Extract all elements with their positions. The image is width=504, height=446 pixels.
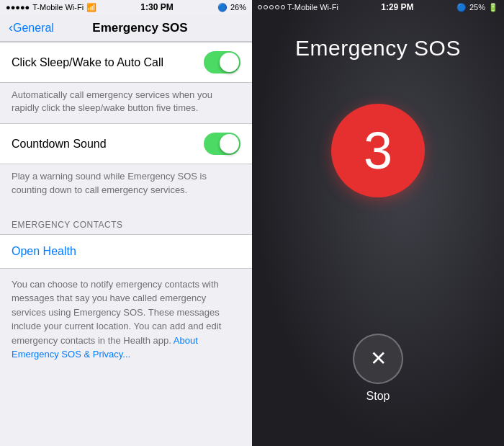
auto-call-toggle[interactable] <box>204 51 240 73</box>
status-icons-right: 🔵 25% 🔋 <box>456 3 498 12</box>
battery-percent-right: 25% <box>469 3 485 12</box>
dot3 <box>269 5 274 9</box>
back-button[interactable]: ‹ General <box>9 20 54 35</box>
time-right: 1:29 PM <box>381 2 413 12</box>
carrier-right: T-Mobile Wi-Fi <box>258 3 338 12</box>
signal-dots-right <box>258 5 285 9</box>
time-left: 1:30 PM <box>140 2 173 12</box>
dot1 <box>258 5 262 9</box>
auto-call-row: Click Sleep/Wake to Auto Call <box>0 43 252 82</box>
bluetooth-icon-right: 🔵 <box>456 3 467 12</box>
countdown-circle: 3 <box>331 104 425 197</box>
countdown-sound-row: Countdown Sound <box>0 124 252 164</box>
wifi-icon-left: 📶 <box>86 3 96 12</box>
status-bar-right: T-Mobile Wi-Fi 1:29 PM 🔵 25% 🔋 <box>252 0 504 14</box>
countdown-sound-toggle[interactable] <box>204 133 240 155</box>
carrier-name-right: T-Mobile Wi-Fi <box>287 3 338 12</box>
right-panel: T-Mobile Wi-Fi 1:29 PM 🔵 25% 🔋 Emergency… <box>252 0 504 446</box>
battery-percent-left: 26% <box>230 3 246 12</box>
open-health-link[interactable]: Open Health <box>12 245 76 257</box>
stop-label: Stop <box>366 390 390 403</box>
signal-bars: ●●●●● <box>6 3 30 12</box>
auto-call-description: Automatically call emergency services wh… <box>0 83 252 123</box>
status-bar-left: ●●●●● T-Mobile Wi-Fi 📶 1:30 PM 🔵 26% <box>0 0 252 14</box>
nav-bar: ‹ General Emergency SOS <box>0 14 252 42</box>
status-right-left: 🔵 26% <box>217 3 246 12</box>
dot4 <box>275 5 279 9</box>
stop-x-icon: ✕ <box>370 349 387 369</box>
open-health-row[interactable]: Open Health <box>0 234 252 269</box>
left-panel: ●●●●● T-Mobile Wi-Fi 📶 1:30 PM 🔵 26% ‹ G… <box>0 0 252 446</box>
dot2 <box>264 5 268 9</box>
bluetooth-icon-left: 🔵 <box>217 3 228 12</box>
stop-section: ✕ Stop <box>353 334 403 403</box>
back-label[interactable]: General <box>13 22 54 35</box>
emergency-contacts-header: EMERGENCY CONTACTS <box>0 205 252 234</box>
auto-call-label: Click Sleep/Wake to Auto Call <box>12 56 163 69</box>
info-text-section: You can choose to notify emergency conta… <box>0 269 252 370</box>
countdown-sound-label: Countdown Sound <box>12 138 107 151</box>
settings-content: Click Sleep/Wake to Auto Call Automatica… <box>0 42 252 446</box>
countdown-sound-group: Countdown Sound <box>0 123 252 164</box>
carrier-left: ●●●●● T-Mobile Wi-Fi 📶 <box>6 3 96 12</box>
battery-icon-right: 🔋 <box>488 3 498 12</box>
auto-call-group: Click Sleep/Wake to Auto Call <box>0 42 252 83</box>
countdown-sound-description: Play a warning sound while Emergency SOS… <box>0 164 252 205</box>
countdown-number: 3 <box>364 125 392 177</box>
dot5 <box>281 5 285 9</box>
carrier-name-left: T-Mobile Wi-Fi <box>32 3 84 12</box>
sos-title: Emergency SOS <box>295 36 461 61</box>
nav-title: Emergency SOS <box>60 21 220 35</box>
stop-button[interactable]: ✕ <box>353 334 403 384</box>
